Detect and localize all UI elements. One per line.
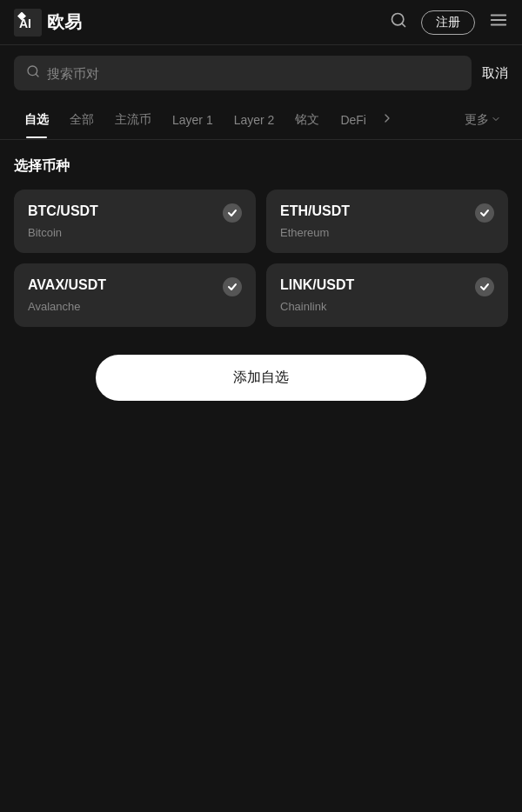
section-title: 选择币种 — [14, 157, 508, 176]
coin-card-eth[interactable]: ETH/USDT Ethereum — [266, 190, 508, 253]
coin-card-btc-header: BTC/USDT — [28, 203, 242, 223]
coin-card-link-header: LINK/USDT — [280, 277, 494, 296]
header-search-icon[interactable] — [390, 11, 407, 33]
add-favorites-button[interactable]: 添加自选 — [96, 355, 426, 401]
tab-favorites[interactable]: 自选 — [14, 102, 59, 138]
tab-defi[interactable]: DeFi — [330, 103, 377, 137]
coin-check-link[interactable] — [475, 277, 494, 296]
svg-text:AI: AI — [19, 17, 31, 30]
header-actions: 注册 — [390, 10, 508, 35]
tab-layer2[interactable]: Layer 2 — [224, 103, 285, 137]
coin-check-avax[interactable] — [223, 277, 242, 296]
menu-icon[interactable] — [489, 10, 508, 34]
coin-card-btc[interactable]: BTC/USDT Bitcoin — [14, 190, 256, 253]
search-icon — [26, 64, 40, 82]
cancel-button[interactable]: 取消 — [482, 65, 508, 82]
coin-card-avax-header: AVAX/USDT — [28, 277, 242, 296]
coin-name-btc: Bitcoin — [28, 226, 242, 239]
tab-more-button[interactable]: 更多 — [458, 102, 508, 138]
content: 选择币种 BTC/USDT Bitcoin ETH/USDT — [0, 140, 522, 418]
coin-name-link: Chainlink — [280, 300, 494, 313]
coin-card-avax[interactable]: AVAX/USDT Avalanche — [14, 263, 256, 327]
coin-grid: BTC/USDT Bitcoin ETH/USDT Ethereum — [14, 190, 508, 327]
svg-line-3 — [402, 23, 405, 27]
search-input[interactable] — [47, 66, 459, 81]
logo[interactable]: AI 欧易 — [14, 9, 82, 37]
tab-more-chevron-icon — [491, 114, 501, 127]
coin-card-link[interactable]: LINK/USDT Chainlink — [266, 263, 508, 327]
tab-inscription[interactable]: 铭文 — [284, 102, 330, 138]
header: AI 欧易 注册 — [0, 0, 522, 45]
tab-all[interactable]: 全部 — [59, 102, 104, 138]
search-bar-container: 取消 — [0, 45, 522, 101]
logo-icon: AI — [14, 9, 42, 37]
coin-pair-link: LINK/USDT — [280, 277, 354, 293]
logo-text: 欧易 — [47, 10, 82, 34]
tab-mainstream[interactable]: 主流币 — [104, 102, 162, 138]
add-btn-container: 添加自选 — [14, 355, 508, 401]
tab-scroll-arrow[interactable] — [377, 101, 398, 139]
coin-name-eth: Ethereum — [280, 226, 494, 239]
svg-line-8 — [36, 74, 38, 77]
coin-pair-eth: ETH/USDT — [280, 203, 350, 219]
register-button[interactable]: 注册 — [421, 10, 475, 35]
coin-check-btc[interactable] — [223, 203, 242, 223]
coin-check-eth[interactable] — [475, 203, 494, 223]
tab-layer1[interactable]: Layer 1 — [162, 103, 224, 137]
coin-name-avax: Avalanche — [28, 300, 242, 313]
coin-card-eth-header: ETH/USDT — [280, 203, 494, 223]
tab-bar: 自选 全部 主流币 Layer 1 Layer 2 铭文 DeFi 更多 — [0, 101, 522, 140]
coin-pair-btc: BTC/USDT — [28, 203, 98, 219]
search-input-wrapper — [14, 56, 472, 90]
coin-pair-avax: AVAX/USDT — [28, 277, 106, 293]
